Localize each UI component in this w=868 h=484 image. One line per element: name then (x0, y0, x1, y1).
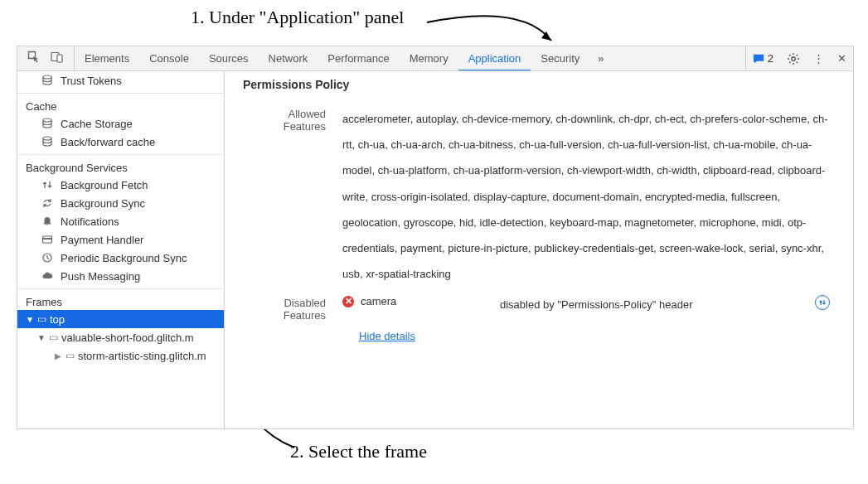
sidebar-item-payment[interactable]: Payment Handler (17, 230, 224, 249)
sidebar-item-label: Back/forward cache (61, 136, 155, 148)
cloud-icon (41, 270, 54, 282)
hide-details-link[interactable]: Hide details (359, 330, 415, 342)
settings-gear-icon[interactable] (780, 46, 807, 70)
tab-performance[interactable]: Performance (318, 46, 399, 70)
frame-tree-child-2[interactable]: ▶ ▭ storm-artistic-sting.glitch.m (17, 346, 224, 365)
sidebar-section-bg-services: Background Services (17, 155, 224, 176)
tab-memory[interactable]: Memory (400, 46, 458, 70)
sidebar-item-cache-storage[interactable]: Cache Storage (17, 114, 224, 133)
sidebar-item-periodic-sync[interactable]: Periodic Background Sync (17, 249, 224, 267)
sidebar-item-label: Cache Storage (61, 118, 133, 130)
disclosure-triangle-down-icon[interactable]: ▼ (37, 333, 46, 342)
database-icon (41, 75, 54, 86)
sidebar-item-trust-tokens[interactable]: Trust Tokens (17, 71, 224, 90)
close-devtools-icon[interactable]: ✕ (831, 46, 853, 70)
frame-label: valuable-short-food.glitch.m (61, 332, 194, 344)
disabled-feature-reason: disabled by "Permissions-Policy" header (500, 295, 815, 314)
frame-label: top (50, 313, 65, 326)
frame-tree-top[interactable]: ▼ ▭ top (17, 310, 224, 328)
frame-label: storm-artistic-sting.glitch.m (78, 350, 206, 362)
window-icon: ▭ (37, 313, 46, 325)
main-toolbar: Elements Console Sources Network Perform… (17, 46, 853, 71)
credit-card-icon (41, 234, 54, 245)
sidebar-item-label: Periodic Background Sync (61, 252, 187, 264)
tab-console[interactable]: Console (139, 46, 199, 70)
sidebar-item-notifications[interactable]: Notifications (17, 212, 224, 230)
tab-application[interactable]: Application (458, 46, 531, 70)
sidebar-item-label: Notifications (61, 215, 119, 228)
database-icon (41, 136, 54, 148)
svg-point-5 (43, 137, 51, 140)
sidebar-item-bf-cache[interactable]: Back/forward cache (17, 133, 224, 151)
bell-icon (41, 215, 54, 227)
tab-elements[interactable]: Elements (75, 46, 139, 70)
sidebar-item-label: Push Messaging (61, 270, 140, 283)
frame-icon: ▭ (49, 332, 58, 343)
tab-network[interactable]: Network (259, 46, 318, 70)
sidebar-section-frames: Frames (17, 289, 224, 310)
disclosure-triangle-right-icon[interactable]: ▶ (54, 351, 62, 361)
devtools-window: Elements Console Sources Network Perform… (17, 46, 854, 429)
error-badge-icon: ✕ (342, 296, 354, 307)
issues-count: 2 (768, 52, 773, 65)
disabled-feature-item: ✕ camera (342, 295, 500, 307)
tab-security[interactable]: Security (531, 46, 589, 70)
disclosure-triangle-down-icon[interactable]: ▼ (26, 315, 34, 324)
reveal-header-icon[interactable] (815, 295, 830, 310)
issues-counter[interactable]: 2 (746, 52, 780, 65)
disabled-feature-name: camera (361, 295, 396, 307)
frame-tree-child-1[interactable]: ▼ ▭ valuable-short-food.glitch.m (17, 328, 224, 346)
instruction-step-1: 1. Under "Application" panel (191, 7, 404, 28)
inspect-element-icon[interactable] (22, 51, 46, 66)
device-toggle-icon[interactable] (46, 51, 69, 66)
application-sidebar: Trust Tokens Cache Cache Storage Back/fo… (17, 71, 225, 428)
more-tabs-icon[interactable]: » (589, 46, 612, 70)
sidebar-item-push[interactable]: Push Messaging (17, 267, 224, 285)
frame-icon: ▭ (65, 350, 75, 361)
panel-tabs: Elements Console Sources Network Perform… (75, 46, 745, 70)
svg-rect-1 (57, 55, 62, 62)
tab-sources[interactable]: Sources (199, 46, 259, 70)
svg-point-3 (43, 75, 51, 79)
sidebar-item-label: Payment Handler (61, 234, 143, 246)
sync-icon (41, 197, 54, 209)
svg-point-2 (792, 56, 795, 60)
clock-icon (41, 252, 54, 264)
sidebar-section-cache: Cache (17, 94, 224, 114)
sidebar-item-label: Trust Tokens (61, 75, 122, 87)
sidebar-item-bg-sync[interactable]: Background Sync (17, 194, 224, 212)
sidebar-item-bg-fetch[interactable]: Background Fetch (17, 176, 224, 194)
svg-point-4 (43, 119, 51, 122)
kebab-menu-icon[interactable]: ⋮ (807, 46, 831, 70)
sidebar-item-label: Background Fetch (61, 179, 148, 191)
main-content: Permissions Policy Allowed Features acce… (225, 71, 853, 428)
transfer-icon (41, 179, 54, 191)
allowed-features-list: accelerometer, autoplay, ch-device-memor… (342, 106, 835, 287)
section-title: Permissions Policy (243, 78, 835, 91)
database-icon (41, 118, 54, 129)
sidebar-item-label: Background Sync (61, 197, 145, 210)
allowed-features-label: Allowed Features (243, 106, 342, 133)
svg-rect-7 (43, 238, 52, 240)
disabled-features-label: Disabled Features (243, 295, 342, 322)
